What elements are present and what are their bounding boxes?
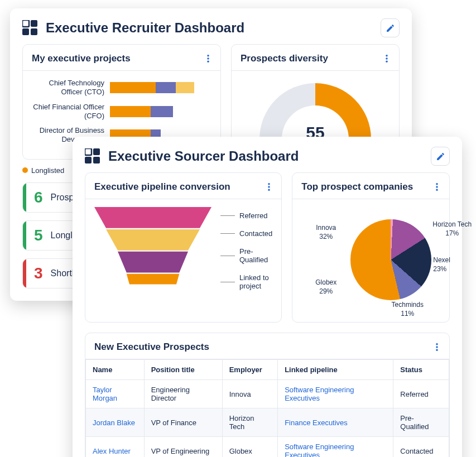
connector-line xyxy=(220,282,235,282)
svg-point-14 xyxy=(268,183,271,185)
svg-point-5 xyxy=(207,57,209,60)
svg-point-16 xyxy=(268,189,271,191)
bar-row: Chief Financial Officer (CFO) xyxy=(32,103,211,121)
pie-label-horizon: Horizon Tech17% xyxy=(430,220,474,238)
bar-segment xyxy=(151,106,173,117)
svg-rect-2 xyxy=(22,28,29,35)
prospects-table-panel: New Executive Prospects NamePosition tit… xyxy=(85,333,450,457)
svg-point-24 xyxy=(436,343,438,345)
table-header[interactable]: Status xyxy=(393,360,449,380)
connector-line xyxy=(220,233,235,234)
table-header[interactable]: Linked pipeline xyxy=(278,360,393,380)
prospects-table-title: New Executive Prospects xyxy=(94,341,209,353)
svg-rect-13 xyxy=(93,157,100,163)
svg-marker-20 xyxy=(127,274,180,285)
funnel-svg xyxy=(94,207,211,295)
prospects-table: NamePosition titleEmployerLinked pipelin… xyxy=(85,359,449,457)
more-vertical-icon xyxy=(436,183,438,191)
table-row: Alex HunterVP of EngineeringGlobexSoftwa… xyxy=(86,437,449,458)
table-cell: Engineering Director xyxy=(144,380,222,408)
svg-marker-18 xyxy=(106,229,200,251)
table-row: Jordan BlakeVP of FinanceHorizon TechFin… xyxy=(86,408,449,437)
bar-label: Chief Technology Officer (CTO) xyxy=(32,79,110,97)
table-cell: Software Engineering Executives xyxy=(278,380,393,408)
svg-rect-1 xyxy=(31,20,37,27)
more-button[interactable] xyxy=(266,181,272,193)
pie-label-nexel: Nexel23% xyxy=(433,256,476,273)
table-link[interactable]: Jordan Blake xyxy=(93,418,135,427)
bar-row: Chief Technology Officer (CTO) xyxy=(32,79,211,97)
table-cell: Jordan Blake xyxy=(86,408,145,437)
table-cell: Referred xyxy=(393,380,449,408)
table-cell: Pre-Qualified xyxy=(393,408,449,437)
connector-line xyxy=(220,215,235,216)
more-vertical-icon xyxy=(207,55,209,62)
legend-longlisted: Longlisted xyxy=(31,166,64,175)
companies-panel: Top prospect companies Innova32% Horizon… xyxy=(292,172,450,323)
sourcer-dashboard-card: Executive Sourcer Dashboard Executive pi… xyxy=(73,137,462,457)
bar-segment xyxy=(110,106,151,117)
table-link[interactable]: Software Engineering Executives xyxy=(285,386,354,402)
legend-dot-icon xyxy=(22,167,28,173)
dashboard-logo-icon xyxy=(85,148,100,164)
table-cell: Horizon Tech xyxy=(222,408,277,437)
table-cell: Contacted xyxy=(393,437,449,458)
more-button[interactable] xyxy=(434,341,440,353)
diversity-title: Prospects diversity xyxy=(241,53,328,64)
funnel-stage-label: Pre-Qualified xyxy=(220,247,272,264)
table-cell: VP of Engineering xyxy=(144,437,222,458)
more-button[interactable] xyxy=(434,181,440,193)
more-vertical-icon xyxy=(386,55,388,62)
svg-point-8 xyxy=(386,57,388,60)
recruiter-header: Executive Recruiter Dashboard xyxy=(10,8,412,44)
table-link[interactable]: Software Engineering Executives xyxy=(285,442,354,457)
dashboard-logo-icon xyxy=(22,20,38,36)
table-link[interactable]: Finance Executives xyxy=(285,418,348,427)
table-header[interactable]: Name xyxy=(86,360,145,380)
bar-segment xyxy=(176,82,194,93)
recruiter-title: Executive Recruiter Dashboard xyxy=(46,20,244,36)
connector-line xyxy=(220,256,235,256)
pencil-icon xyxy=(436,152,445,161)
svg-marker-19 xyxy=(118,252,188,273)
pie-label-innova: Innova32% xyxy=(304,224,348,241)
table-cell: Innova xyxy=(222,380,277,408)
tile-number: 3 xyxy=(26,259,51,288)
projects-title: My executive projects xyxy=(32,53,131,64)
svg-point-26 xyxy=(436,349,438,352)
pipeline-funnel-chart: ReferredContactedPre-QualifiedLinked to … xyxy=(94,207,272,295)
funnel-stage-label: Referred xyxy=(220,211,272,220)
svg-rect-10 xyxy=(85,148,92,155)
more-button[interactable] xyxy=(205,52,211,65)
svg-point-4 xyxy=(207,55,209,57)
table-header[interactable]: Position title xyxy=(144,360,222,380)
companies-pie-chart: Innova32% Horizon Tech17% Nexel23% Techm… xyxy=(301,207,440,313)
funnel-stage-label: Linked to project xyxy=(220,273,272,290)
svg-point-15 xyxy=(268,186,271,188)
edit-button[interactable] xyxy=(431,147,450,166)
funnel-stage-label: Contacted xyxy=(220,229,272,238)
table-cell: VP of Finance xyxy=(144,408,222,437)
pie-label-techminds: Techminds11% xyxy=(385,301,430,318)
more-vertical-icon xyxy=(436,343,438,351)
table-cell: Software Engineering Executives xyxy=(278,437,393,458)
tile-number: 5 xyxy=(26,221,51,250)
svg-point-22 xyxy=(436,186,438,188)
table-link[interactable]: Taylor Morgan xyxy=(93,386,117,402)
table-header[interactable]: Employer xyxy=(222,360,277,380)
tile-number: 6 xyxy=(26,183,51,212)
sourcer-header: Executive Sourcer Dashboard xyxy=(73,137,462,172)
edit-button[interactable] xyxy=(381,18,400,37)
svg-rect-0 xyxy=(22,20,29,27)
more-button[interactable] xyxy=(383,52,390,65)
table-cell: Finance Executives xyxy=(278,408,393,437)
table-row: Taylor MorganEngineering DirectorInnovaS… xyxy=(86,380,449,408)
svg-marker-17 xyxy=(94,207,211,228)
pie-label-globex: Globex29% xyxy=(304,278,348,296)
bar-track xyxy=(110,106,211,117)
pipeline-title: Executive pipeline conversion xyxy=(94,181,230,193)
table-link[interactable]: Alex Hunter xyxy=(93,447,131,455)
table-cell: Globex xyxy=(222,437,277,458)
pipeline-panel: Executive pipeline conversion Referred xyxy=(85,172,282,323)
pencil-icon xyxy=(386,23,395,33)
